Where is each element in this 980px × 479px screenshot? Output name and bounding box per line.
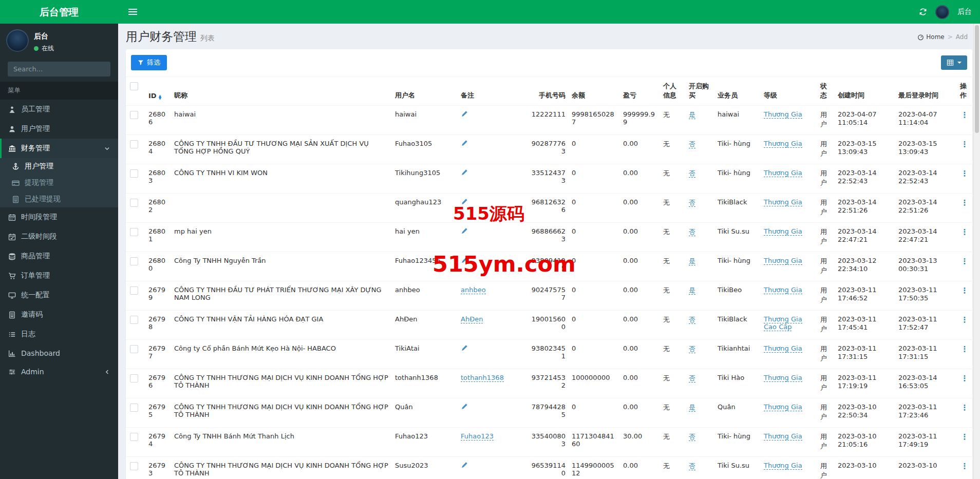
level-link[interactable]: Thương Gia <box>764 140 802 148</box>
purchase-toggle-link[interactable]: 否 <box>689 345 695 353</box>
level-link[interactable]: Thương Gia <box>764 110 802 119</box>
cell-nickname: Công Ty TNHH Nguyễn Trần <box>171 252 392 281</box>
cell-purchase-enabled: 否 <box>686 428 714 457</box>
row-actions-kebab-icon[interactable]: ⋮ <box>961 169 969 178</box>
row-actions-kebab-icon[interactable]: ⋮ <box>961 432 969 442</box>
remark-link[interactable]: AhĐen <box>461 315 483 323</box>
level-link[interactable]: Thương Gia <box>764 344 802 353</box>
select-all-checkbox[interactable] <box>130 82 138 90</box>
purchase-toggle-link[interactable]: 否 <box>689 199 695 207</box>
row-actions-kebab-icon[interactable]: ⋮ <box>961 198 969 207</box>
level-link[interactable]: Thương Gia <box>764 432 802 440</box>
purchase-toggle-link[interactable]: 否 <box>689 316 695 324</box>
row-checkbox[interactable] <box>130 374 138 382</box>
purchase-toggle-link[interactable]: 是 <box>689 111 695 119</box>
cell-agent: Tiki Hào <box>714 369 761 398</box>
sidebar-subitem-2-1[interactable]: 提现管理 <box>0 175 118 191</box>
row-actions-kebab-icon[interactable]: ⋮ <box>961 403 969 412</box>
edit-remark-pencil-icon[interactable] <box>461 344 468 352</box>
edit-remark-pencil-icon[interactable] <box>461 140 468 147</box>
edit-remark-pencil-icon[interactable] <box>461 110 468 118</box>
row-checkbox[interactable] <box>130 169 138 178</box>
remark-link[interactable]: Fuhao123 <box>461 432 494 440</box>
sidebar-item-8[interactable]: 邀请码 <box>0 305 118 324</box>
app-logo[interactable]: 后台管理 <box>0 0 118 24</box>
row-checkbox[interactable] <box>130 111 138 119</box>
edit-remark-pencil-icon[interactable] <box>461 257 468 264</box>
level-link[interactable]: Thương Gia Cao Cấp <box>764 315 802 331</box>
sort-icons[interactable]: ▲▼ <box>159 95 161 100</box>
scrollbar-thumb[interactable] <box>975 25 979 133</box>
level-link[interactable]: Thương Gia <box>764 286 802 294</box>
row-actions-kebab-icon[interactable]: ⋮ <box>961 257 969 266</box>
purchase-toggle-link[interactable]: 否 <box>689 169 695 178</box>
row-checkbox[interactable] <box>130 404 138 412</box>
filter-button[interactable]: 筛选 <box>131 55 167 70</box>
breadcrumb-home-link[interactable]: Home <box>917 33 944 41</box>
row-actions-kebab-icon[interactable]: ⋮ <box>961 140 969 149</box>
level-link[interactable]: Thương Gia <box>764 169 802 177</box>
sidebar-toggle-icon[interactable] <box>126 6 139 18</box>
level-link[interactable]: Thương Gia <box>764 462 802 470</box>
sidebar-subitem-2-2[interactable]: 已处理提现 <box>0 191 118 207</box>
row-checkbox[interactable] <box>130 316 138 324</box>
purchase-toggle-link[interactable]: 否 <box>689 228 695 236</box>
sidebar-item-1[interactable]: 用户管理 <box>0 119 118 139</box>
purchase-toggle-link[interactable]: 否 <box>689 374 695 382</box>
level-link[interactable]: Thương Gia <box>764 227 802 236</box>
purchase-toggle-link[interactable]: 否 <box>689 462 695 470</box>
row-actions-kebab-icon[interactable]: ⋮ <box>961 286 969 295</box>
search-input[interactable] <box>8 62 106 76</box>
columns-toggle-button[interactable] <box>941 55 967 70</box>
row-checkbox[interactable] <box>130 228 138 236</box>
row-actions-kebab-icon[interactable]: ⋮ <box>961 227 969 237</box>
row-actions-kebab-icon[interactable]: ⋮ <box>961 462 969 471</box>
column-header-id[interactable]: ID▲▼ <box>145 77 171 106</box>
level-link[interactable]: Thương Gia <box>764 403 802 411</box>
refresh-icon[interactable] <box>919 8 927 16</box>
sidebar-subitem-2-0[interactable]: 用户管理 <box>0 158 118 175</box>
purchase-toggle-link[interactable]: 是 <box>689 257 695 265</box>
row-checkbox[interactable] <box>130 462 138 470</box>
remark-link[interactable]: tothanh1368 <box>461 374 504 382</box>
sidebar-item-0[interactable]: 员工管理 <box>0 100 118 119</box>
row-checkbox[interactable] <box>130 257 138 265</box>
edit-remark-pencil-icon[interactable] <box>461 198 468 205</box>
edit-remark-pencil-icon[interactable] <box>461 403 468 410</box>
edit-remark-pencil-icon[interactable] <box>461 169 468 176</box>
cell-balance: 100000000 <box>569 369 620 398</box>
level-link[interactable]: Thương Gia <box>764 198 802 206</box>
row-actions-kebab-icon[interactable]: ⋮ <box>961 374 969 383</box>
sidebar-item-10[interactable]: Dashboard <box>0 344 118 362</box>
purchase-toggle-link[interactable]: 否 <box>689 433 695 441</box>
search-button[interactable] <box>106 62 110 76</box>
row-checkbox[interactable] <box>130 199 138 207</box>
row-checkbox[interactable] <box>130 286 138 295</box>
row-checkbox[interactable] <box>130 433 138 441</box>
edit-remark-pencil-icon[interactable] <box>461 227 468 235</box>
level-link[interactable]: Thương Gia <box>764 257 802 265</box>
cell-created-time: 2023-03-1513:09:43 <box>835 135 895 164</box>
row-actions-kebab-icon[interactable]: ⋮ <box>961 344 969 354</box>
sidebar-item-7[interactable]: 统一配置 <box>0 285 118 305</box>
edit-remark-pencil-icon[interactable] <box>461 462 468 469</box>
sidebar-item-5[interactable]: 商品管理 <box>0 246 118 266</box>
row-actions-kebab-icon[interactable]: ⋮ <box>961 315 969 324</box>
row-checkbox[interactable] <box>130 345 138 353</box>
row-checkbox[interactable] <box>130 140 138 148</box>
sidebar-item-3[interactable]: 时间段管理 <box>0 207 118 227</box>
purchase-toggle-link[interactable]: 是 <box>689 286 695 295</box>
sidebar-item-6[interactable]: 订单管理 <box>0 266 118 285</box>
purchase-toggle-link[interactable]: 是 <box>689 404 695 412</box>
page-scrollbar[interactable] <box>973 24 980 479</box>
navbar-avatar[interactable] <box>935 5 949 19</box>
level-link[interactable]: Thương Gia <box>764 374 802 382</box>
sidebar-item-9[interactable]: 日志 <box>0 324 118 344</box>
purchase-toggle-link[interactable]: 否 <box>689 140 695 148</box>
remark-link[interactable]: anhbeo <box>461 286 486 294</box>
navbar-username[interactable]: 后台 <box>957 7 972 16</box>
row-actions-kebab-icon[interactable]: ⋮ <box>961 110 969 120</box>
sidebar-item-2[interactable]: 财务管理 <box>0 139 118 158</box>
sidebar-item-11[interactable]: Admin <box>0 362 118 381</box>
sidebar-item-4[interactable]: 二级时间段 <box>0 227 118 246</box>
